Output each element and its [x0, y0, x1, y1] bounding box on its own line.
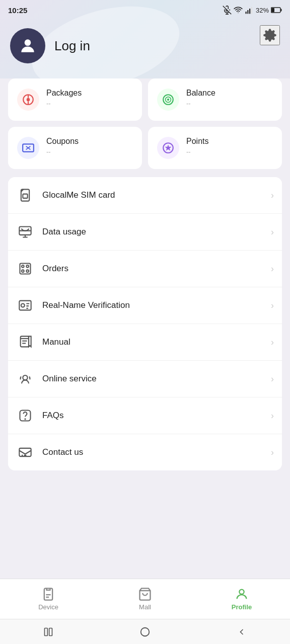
packages-card[interactable]: Packages -- [8, 78, 142, 121]
menu-item-manual[interactable]: Manual › [8, 324, 282, 361]
nav-item-device[interactable]: Device [0, 579, 97, 619]
coupons-icon [22, 141, 35, 154]
wifi-icon [234, 6, 243, 15]
sim-card-chevron: › [271, 190, 274, 201]
data-usage-chevron: › [271, 227, 274, 237]
menu-item-real-name[interactable]: Real-Name Verification › [8, 287, 282, 324]
nav-item-mall[interactable]: Mall [97, 579, 193, 619]
coupons-label: Coupons [46, 137, 79, 146]
svg-rect-3 [245, 12, 246, 14]
coupons-info: Coupons -- [46, 137, 79, 155]
packages-label: Packages [46, 89, 82, 98]
svg-point-12 [27, 98, 30, 102]
data-usage-label: Data usage [42, 227, 263, 237]
svg-rect-43 [141, 627, 150, 636]
svg-point-27 [22, 265, 24, 268]
svg-rect-41 [45, 628, 48, 635]
menu-item-online-service[interactable]: Online service › [8, 361, 282, 397]
recents-icon [43, 627, 53, 637]
faqs-label: FAQs [42, 411, 263, 421]
balance-label: Balance [186, 89, 215, 98]
menu-item-data-usage[interactable]: Data usage › [8, 214, 282, 251]
mall-nav-icon [138, 587, 152, 601]
profile-nav-icon [235, 587, 249, 601]
avatar [10, 28, 45, 63]
stats-grid: Packages -- Balance -- [8, 78, 282, 169]
manual-svg [18, 335, 32, 349]
svg-point-32 [21, 304, 25, 307]
coupons-icon-container [17, 137, 39, 159]
battery-icon [271, 7, 282, 13]
balance-value: -- [186, 100, 215, 107]
manual-chevron: › [271, 337, 274, 348]
mall-nav-label: Mall [139, 603, 151, 611]
home-button[interactable] [137, 624, 153, 639]
svg-rect-5 [249, 9, 250, 14]
orders-chevron: › [271, 264, 274, 274]
online-service-icon [16, 370, 34, 388]
signal-icon [245, 6, 254, 15]
svg-point-36 [25, 419, 25, 419]
profile-nav-label: Profile [232, 603, 252, 611]
balance-card[interactable]: Balance -- [148, 78, 282, 121]
points-icon-container [157, 137, 179, 159]
data-usage-icon [16, 223, 34, 241]
svg-point-28 [26, 265, 29, 268]
manual-label: Manual [42, 337, 263, 347]
nav-item-profile[interactable]: Profile [193, 579, 290, 619]
packages-icon [22, 93, 35, 106]
bottom-nav: Device Mall Profile [0, 579, 290, 619]
balance-icon-container [157, 89, 179, 111]
svg-rect-4 [247, 10, 248, 14]
device-nav-label: Device [38, 603, 58, 611]
gear-icon [263, 28, 277, 42]
coupons-value: -- [46, 148, 79, 155]
recents-button[interactable] [41, 624, 56, 639]
orders-label: Orders [42, 264, 263, 274]
sim-card-label: GlocalMe SIM card [42, 190, 263, 200]
svg-rect-24 [23, 194, 27, 198]
status-icons: 32% [223, 6, 282, 15]
contact-us-svg [18, 445, 32, 459]
menu-item-sim-card[interactable]: GlocalMe SIM card › [8, 177, 282, 214]
svg-rect-8 [271, 8, 274, 12]
contact-us-label: Contact us [42, 447, 263, 457]
svg-point-10 [25, 39, 31, 46]
points-info: Points -- [186, 137, 208, 155]
back-button[interactable] [234, 624, 249, 639]
orders-icon [16, 260, 34, 278]
user-avatar-icon [18, 36, 37, 55]
settings-button[interactable] [260, 25, 280, 45]
login-label: Log in [54, 38, 90, 54]
menu-item-faqs[interactable]: FAQs › [8, 397, 282, 434]
profile-header[interactable]: Log in [0, 18, 290, 78]
battery-text: 32% [256, 7, 269, 14]
svg-marker-22 [165, 145, 172, 151]
online-service-label: Online service [42, 374, 263, 384]
system-nav [0, 619, 290, 644]
real-name-label: Real-Name Verification [42, 300, 263, 310]
faqs-svg [18, 409, 32, 423]
online-service-chevron: › [271, 374, 274, 384]
status-time: 10:25 [8, 6, 27, 15]
menu-item-orders[interactable]: Orders › [8, 251, 282, 287]
menu-item-contact-us[interactable]: Contact us › [8, 434, 282, 470]
main-content: Packages -- Balance -- [0, 78, 290, 549]
balance-info: Balance -- [186, 89, 215, 107]
svg-point-29 [22, 270, 24, 272]
faqs-chevron: › [271, 411, 274, 421]
sim-card-icon [16, 186, 34, 204]
svg-rect-26 [20, 264, 31, 274]
contact-us-chevron: › [271, 447, 274, 458]
packages-icon-container [17, 89, 39, 111]
balance-icon [162, 93, 175, 106]
points-card[interactable]: Points -- [148, 127, 282, 169]
home-icon [139, 626, 151, 637]
mute-icon [223, 6, 232, 15]
svg-rect-33 [21, 336, 29, 347]
svg-rect-42 [49, 628, 52, 635]
svg-rect-6 [251, 7, 252, 14]
contact-us-icon [16, 443, 34, 461]
coupons-card[interactable]: Coupons -- [8, 127, 142, 169]
svg-point-40 [239, 590, 244, 594]
